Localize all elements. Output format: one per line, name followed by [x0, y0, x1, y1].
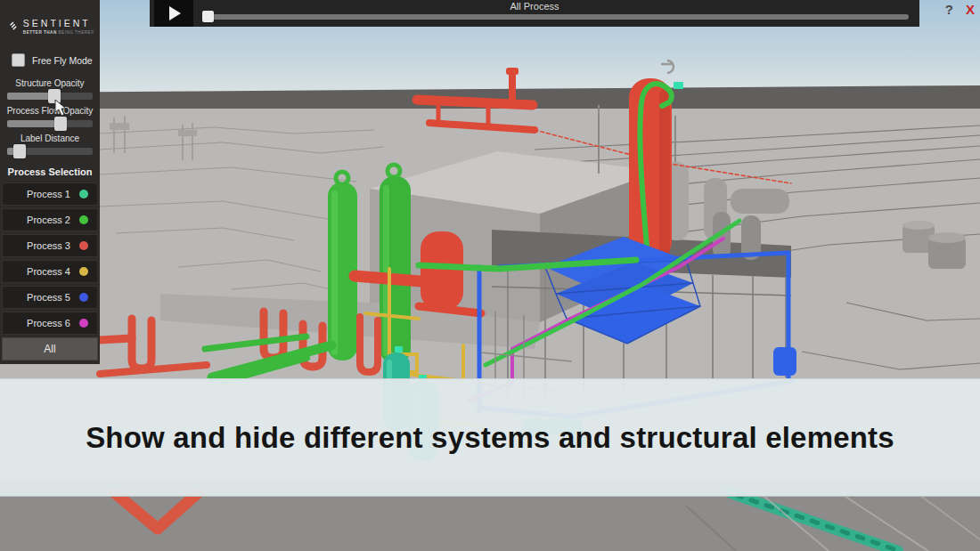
process-2-label: Process 2 [27, 215, 70, 225]
process-5-color-dot [79, 293, 88, 302]
application-window: All Process ? X SENTIENT BETTER THAN BEI… [0, 0, 980, 551]
process-6-label: Process 6 [27, 318, 70, 328]
help-button[interactable]: ? [945, 2, 953, 17]
close-button[interactable]: X [966, 2, 975, 17]
process-5-button[interactable]: Process 5 [2, 286, 98, 309]
window-controls: ? X [945, 2, 975, 17]
process-1-label: Process 1 [27, 189, 70, 199]
timeline-slider[interactable] [205, 14, 909, 20]
process-3-label: Process 3 [27, 240, 70, 251]
label-distance-handle[interactable] [13, 144, 26, 158]
process-4-color-dot [79, 267, 88, 276]
caption-text: Show and hide different systems and stru… [86, 421, 894, 455]
process-6-color-dot [79, 319, 88, 328]
structure-opacity-slider[interactable] [7, 93, 93, 100]
process-1-button[interactable]: Process 1 [2, 182, 98, 206]
free-fly-label: Free Fly Mode [32, 55, 93, 66]
process-6-button[interactable]: Process 6 [2, 312, 98, 335]
process-flow-opacity-handle[interactable] [54, 117, 67, 131]
logo-tagline: BETTER THAN BEING THERE® [23, 30, 94, 35]
free-fly-checkbox[interactable] [12, 53, 25, 67]
label-distance-label: Label Distance [0, 134, 100, 143]
process-4-button[interactable]: Process 4 [2, 260, 98, 283]
structure-opacity-label: Structure Opacity [0, 78, 100, 88]
timeline-title: All Process [150, 1, 919, 12]
label-distance-slider[interactable] [7, 148, 93, 155]
timeline-slider-handle[interactable] [202, 11, 214, 22]
process-4-label: Process 4 [27, 266, 70, 277]
free-fly-mode-row: Free Fly Mode [0, 46, 100, 72]
process-5-label: Process 5 [27, 292, 70, 303]
process-flow-opacity-block: Process Flow Opacity [0, 100, 100, 127]
slider-fill [7, 93, 54, 100]
caption-banner: Show and hide different systems and stru… [0, 378, 980, 497]
logo: SENTIENT BETTER THAN BEING THERE® [0, 0, 100, 46]
slider-fill [7, 120, 61, 127]
structure-opacity-handle[interactable] [48, 89, 61, 103]
timeline-bar: All Process [150, 0, 919, 27]
all-processes-button[interactable]: All [2, 337, 98, 361]
process-selection-header: Process Selection [0, 155, 100, 182]
process-flow-opacity-label: Process Flow Opacity [0, 106, 100, 116]
control-sidebar: SENTIENT BETTER THAN BEING THERE® Free F… [0, 0, 100, 364]
process-flow-opacity-slider[interactable] [7, 120, 93, 127]
label-distance-block: Label Distance [0, 127, 100, 155]
process-3-color-dot [79, 241, 88, 250]
process-3-button[interactable]: Process 3 [2, 234, 98, 257]
process-1-color-dot [79, 190, 88, 199]
process-label-marker[interactable] [395, 346, 403, 352]
process-2-button[interactable]: Process 2 [2, 208, 98, 231]
process-2-color-dot [79, 215, 88, 224]
sentient-logo-icon [9, 14, 18, 37]
structure-opacity-block: Structure Opacity [0, 72, 100, 100]
logo-title: SENTIENT [23, 18, 94, 28]
process-label-marker[interactable] [674, 82, 683, 89]
